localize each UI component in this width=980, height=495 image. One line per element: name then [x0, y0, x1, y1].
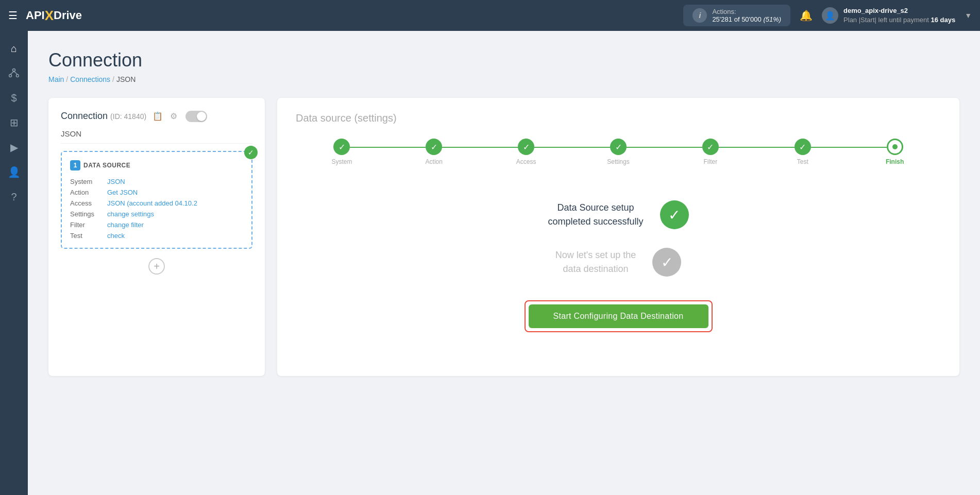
step-line-2	[442, 147, 518, 148]
step-line-1	[350, 147, 426, 148]
step-line-3	[534, 147, 610, 148]
value-system[interactable]: JSON	[107, 178, 125, 185]
step-line-5	[719, 147, 795, 148]
step-settings-circle: ✓	[610, 139, 627, 155]
step-settings: ✓ Settings	[572, 139, 665, 165]
datasource-row-filter: Filter change filter	[70, 221, 243, 229]
breadcrumb-main[interactable]: Main	[48, 75, 64, 83]
step-system-circle: ✓	[333, 139, 350, 155]
sidebar-item-profile[interactable]: 👤	[3, 161, 25, 183]
cta-wrapper: Start Configuring Data Destination	[525, 300, 713, 332]
sidebar-item-help[interactable]: ?	[3, 185, 25, 208]
sidebar-item-connections[interactable]	[3, 62, 25, 84]
breadcrumb-current: JSON	[116, 75, 136, 83]
svg-line-4	[14, 72, 18, 75]
next-row: Now let's set up the data destination ✓	[555, 248, 682, 277]
dropdown-arrow-icon[interactable]: ▼	[965, 11, 972, 20]
datasource-row-settings: Settings change settings	[70, 210, 243, 218]
connection-name: JSON	[61, 129, 252, 144]
logo-x: X	[45, 8, 54, 24]
svg-point-1	[9, 75, 12, 77]
add-datasource-button[interactable]: +	[148, 258, 165, 275]
datasource-number: 1	[70, 160, 80, 170]
content-area: Data Source setup completed successfully…	[296, 190, 941, 343]
value-test[interactable]: check	[107, 232, 125, 240]
step-line-6	[811, 147, 887, 148]
datasource-row-system: System JSON	[70, 178, 243, 185]
user-avatar: 👤	[822, 7, 838, 24]
step-system: ✓ System	[296, 139, 388, 165]
success-row: Data Source setup completed successfully…	[548, 200, 688, 229]
svg-point-2	[16, 75, 19, 77]
username: demo_apix-drive_s2	[843, 6, 955, 15]
toggle-switch[interactable]	[185, 111, 207, 122]
next-text: Now let's set up the data destination	[555, 248, 636, 276]
bell-icon[interactable]: 🔔	[800, 9, 813, 22]
page-title: Connection	[48, 49, 959, 71]
card-id: (ID: 41840)	[110, 112, 146, 121]
sidebar-item-tools[interactable]: ⊞	[3, 111, 25, 134]
step-test: ✓ Test	[756, 139, 849, 165]
value-filter[interactable]: change filter	[107, 221, 144, 229]
step-access: ✓ Access	[480, 139, 572, 165]
start-configuring-button[interactable]: Start Configuring Data Destination	[529, 304, 708, 328]
step-access-circle: ✓	[518, 139, 534, 155]
right-card-title: Data source (settings)	[296, 112, 941, 124]
step-line-4	[627, 147, 702, 148]
toggle-knob	[197, 112, 206, 121]
actions-of: of	[734, 15, 741, 23]
main-content: Connection Main / Connections / JSON Con…	[28, 31, 980, 495]
step-test-circle: ✓	[795, 139, 811, 155]
actions-label: Actions:	[712, 8, 781, 15]
sidebar-item-home[interactable]: ⌂	[3, 37, 25, 60]
left-card: Connection (ID: 41840) 📋 ⚙ JSON ✓ 1 DATA…	[48, 98, 265, 376]
user-info: demo_apix-drive_s2 Plan |Start| left unt…	[843, 6, 955, 25]
label-system: System	[70, 178, 107, 185]
actions-percent: (51%)	[763, 15, 781, 23]
sidebar-item-billing[interactable]: $	[3, 87, 25, 109]
step-action: ✓ Action	[388, 139, 480, 165]
step-finish: Finish	[849, 139, 941, 165]
step-settings-label: Settings	[607, 158, 629, 165]
actions-badge: i Actions: 25'281 of 50'000 (51%)	[683, 5, 790, 26]
datasource-title: DATA SOURCE	[83, 162, 130, 169]
datasource-box: ✓ 1 DATA SOURCE System JSON Action Get J…	[61, 151, 252, 249]
datasource-rows: System JSON Action Get JSON Access JSON …	[70, 178, 243, 240]
value-access[interactable]: JSON (account added 04.10.2	[107, 199, 197, 207]
value-action[interactable]: Get JSON	[107, 189, 138, 196]
right-card: Data source (settings) ✓ System ✓ Action	[277, 98, 959, 376]
stepper: ✓ System ✓ Action ✓ Access	[296, 139, 941, 165]
step-action-circle: ✓	[426, 139, 442, 155]
user-section[interactable]: 👤 demo_apix-drive_s2 Plan |Start| left u…	[822, 6, 972, 25]
sidebar: ⌂ $ ⊞ ▶ 👤 ?	[0, 31, 28, 495]
settings-icon[interactable]: ⚙	[169, 110, 178, 122]
datasource-check-icon: ✓	[244, 146, 258, 159]
actions-current: 25'281	[712, 15, 732, 23]
plan-info: Plan |Start| left until payment 16 days	[843, 15, 955, 25]
breadcrumb-sep1: /	[66, 75, 68, 83]
menu-icon[interactable]: ☰	[8, 9, 18, 22]
step-filter: ✓ Filter	[664, 139, 756, 165]
next-check-icon: ✓	[652, 248, 681, 277]
topnav: ☰ APIXDrive i Actions: 25'281 of 50'000 …	[0, 0, 980, 31]
breadcrumb-connections[interactable]: Connections	[70, 75, 110, 83]
step-test-label: Test	[797, 158, 808, 165]
datasource-row-test: Test check	[70, 232, 243, 240]
logo: APIXDrive	[26, 8, 82, 24]
label-test: Test	[70, 232, 107, 240]
step-filter-circle: ✓	[702, 139, 719, 155]
copy-icon[interactable]: 📋	[151, 110, 164, 122]
logo-drive: Drive	[54, 9, 82, 22]
logo-api: API	[26, 9, 45, 22]
step-action-label: Action	[426, 158, 443, 165]
step-finish-label: Finish	[886, 158, 904, 165]
info-icon: i	[692, 8, 707, 23]
label-action: Action	[70, 189, 107, 196]
step-filter-label: Filter	[704, 158, 718, 165]
step-finish-circle	[887, 139, 903, 155]
actions-numbers: 25'281 of 50'000 (51%)	[712, 15, 781, 23]
breadcrumb: Main / Connections / JSON	[48, 75, 959, 83]
sidebar-item-video[interactable]: ▶	[3, 136, 25, 159]
label-settings: Settings	[70, 210, 107, 218]
value-settings[interactable]: change settings	[107, 210, 154, 218]
